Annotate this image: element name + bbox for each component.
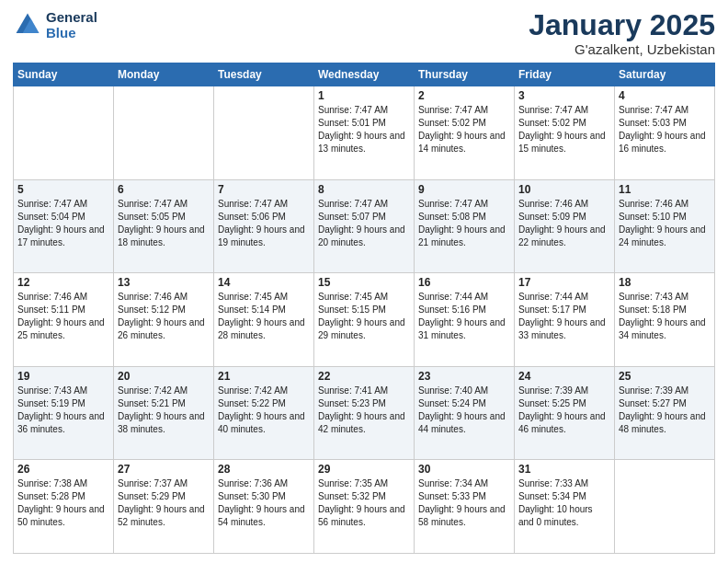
day-cell: 9Sunrise: 7:47 AM Sunset: 5:08 PM Daylig… [415,179,515,273]
day-info: Sunrise: 7:46 AM Sunset: 5:10 PM Dayligh… [619,198,711,249]
day-cell: 8Sunrise: 7:47 AM Sunset: 5:07 PM Daylig… [314,179,415,273]
day-info: Sunrise: 7:46 AM Sunset: 5:11 PM Dayligh… [17,291,109,342]
day-info: Sunrise: 7:46 AM Sunset: 5:12 PM Dayligh… [118,291,210,342]
day-number: 23 [418,370,510,383]
day-cell: 30Sunrise: 7:34 AM Sunset: 5:33 PM Dayli… [415,460,515,554]
day-number: 1 [318,89,410,102]
day-number: 17 [518,276,610,289]
day-cell: 16Sunrise: 7:44 AM Sunset: 5:16 PM Dayli… [415,273,515,367]
day-info: Sunrise: 7:47 AM Sunset: 5:06 PM Dayligh… [218,198,310,249]
day-info: Sunrise: 7:47 AM Sunset: 5:03 PM Dayligh… [619,104,711,155]
day-number: 11 [619,183,711,196]
day-info: Sunrise: 7:34 AM Sunset: 5:33 PM Dayligh… [418,477,510,529]
day-cell: 6Sunrise: 7:47 AM Sunset: 5:05 PM Daylig… [114,179,214,273]
day-cell: 29Sunrise: 7:35 AM Sunset: 5:32 PM Dayli… [314,460,415,554]
day-number: 4 [619,89,711,102]
day-cell: 28Sunrise: 7:36 AM Sunset: 5:30 PM Dayli… [214,460,314,554]
day-info: Sunrise: 7:44 AM Sunset: 5:16 PM Dayligh… [418,291,510,342]
day-cell: 11Sunrise: 7:46 AM Sunset: 5:10 PM Dayli… [615,179,715,273]
day-info: Sunrise: 7:45 AM Sunset: 5:14 PM Dayligh… [218,291,310,342]
day-cell: 13Sunrise: 7:46 AM Sunset: 5:12 PM Dayli… [114,273,214,367]
weekday-header-friday: Friday [515,63,615,86]
day-cell: 25Sunrise: 7:39 AM Sunset: 5:27 PM Dayli… [615,366,715,460]
day-number: 30 [418,463,510,476]
day-cell: 10Sunrise: 7:46 AM Sunset: 5:09 PM Dayli… [515,179,615,273]
day-info: Sunrise: 7:40 AM Sunset: 5:24 PM Dayligh… [418,385,510,436]
day-number: 31 [518,463,610,476]
day-number: 25 [619,370,711,383]
week-row-1: 5Sunrise: 7:47 AM Sunset: 5:04 PM Daylig… [14,179,715,273]
day-number: 5 [17,183,109,196]
day-cell [14,86,114,180]
day-cell: 14Sunrise: 7:45 AM Sunset: 5:14 PM Dayli… [214,273,314,367]
day-info: Sunrise: 7:45 AM Sunset: 5:15 PM Dayligh… [318,291,410,342]
day-cell: 3Sunrise: 7:47 AM Sunset: 5:02 PM Daylig… [515,86,615,180]
day-info: Sunrise: 7:47 AM Sunset: 5:07 PM Dayligh… [318,198,410,249]
day-info: Sunrise: 7:41 AM Sunset: 5:23 PM Dayligh… [318,385,410,436]
day-cell: 19Sunrise: 7:43 AM Sunset: 5:19 PM Dayli… [14,366,114,460]
weekday-header-wednesday: Wednesday [314,63,415,86]
day-info: Sunrise: 7:39 AM Sunset: 5:27 PM Dayligh… [619,385,711,436]
week-row-3: 19Sunrise: 7:43 AM Sunset: 5:19 PM Dayli… [14,366,715,460]
day-number: 15 [318,276,410,289]
weekday-header-saturday: Saturday [615,63,715,86]
weekday-header-monday: Monday [114,63,214,86]
title-block: January 2025 G'azalkent, Uzbekistan [529,9,715,57]
weekday-header-tuesday: Tuesday [214,63,314,86]
day-info: Sunrise: 7:43 AM Sunset: 5:19 PM Dayligh… [17,385,109,436]
day-number: 9 [418,183,510,196]
day-info: Sunrise: 7:42 AM Sunset: 5:22 PM Dayligh… [218,385,310,436]
day-cell: 7Sunrise: 7:47 AM Sunset: 5:06 PM Daylig… [214,179,314,273]
logo-text: General Blue [46,9,97,40]
day-info: Sunrise: 7:47 AM Sunset: 5:02 PM Dayligh… [518,104,610,155]
day-number: 8 [318,183,410,196]
day-number: 29 [318,463,410,476]
day-info: Sunrise: 7:47 AM Sunset: 5:02 PM Dayligh… [418,104,510,155]
day-number: 16 [418,276,510,289]
week-row-2: 12Sunrise: 7:46 AM Sunset: 5:11 PM Dayli… [14,273,715,367]
day-number: 2 [418,89,510,102]
day-info: Sunrise: 7:44 AM Sunset: 5:17 PM Dayligh… [518,291,610,342]
day-info: Sunrise: 7:33 AM Sunset: 5:34 PM Dayligh… [518,477,610,529]
logo-icon [13,10,42,40]
day-cell [615,460,715,554]
day-info: Sunrise: 7:47 AM Sunset: 5:01 PM Dayligh… [318,104,410,155]
day-info: Sunrise: 7:47 AM Sunset: 5:05 PM Dayligh… [118,198,210,249]
day-cell: 23Sunrise: 7:40 AM Sunset: 5:24 PM Dayli… [415,366,515,460]
day-info: Sunrise: 7:36 AM Sunset: 5:30 PM Dayligh… [218,477,310,529]
week-row-4: 26Sunrise: 7:38 AM Sunset: 5:28 PM Dayli… [14,460,715,554]
day-number: 27 [118,463,210,476]
calendar-subtitle: G'azalkent, Uzbekistan [529,41,715,57]
day-info: Sunrise: 7:47 AM Sunset: 5:08 PM Dayligh… [418,198,510,249]
day-cell: 24Sunrise: 7:39 AM Sunset: 5:25 PM Dayli… [515,366,615,460]
day-cell [214,86,314,180]
day-number: 20 [118,370,210,383]
day-cell: 1Sunrise: 7:47 AM Sunset: 5:01 PM Daylig… [314,86,415,180]
calendar-table: SundayMondayTuesdayWednesdayThursdayFrid… [13,63,715,554]
day-info: Sunrise: 7:35 AM Sunset: 5:32 PM Dayligh… [318,477,410,529]
day-number: 18 [619,276,711,289]
day-info: Sunrise: 7:39 AM Sunset: 5:25 PM Dayligh… [518,385,610,436]
week-row-0: 1Sunrise: 7:47 AM Sunset: 5:01 PM Daylig… [14,86,715,180]
day-number: 6 [118,183,210,196]
day-info: Sunrise: 7:47 AM Sunset: 5:04 PM Dayligh… [17,198,109,249]
header: General Blue January 2025 G'azalkent, Uz… [13,9,715,57]
calendar-title: January 2025 [529,9,715,41]
day-cell: 27Sunrise: 7:37 AM Sunset: 5:29 PM Dayli… [114,460,214,554]
day-number: 3 [518,89,610,102]
day-number: 24 [518,370,610,383]
day-number: 10 [518,183,610,196]
day-number: 12 [17,276,109,289]
day-number: 7 [218,183,310,196]
calendar-page: General Blue January 2025 G'azalkent, Uz… [0,0,728,563]
day-number: 21 [218,370,310,383]
day-number: 19 [17,370,109,383]
day-info: Sunrise: 7:43 AM Sunset: 5:18 PM Dayligh… [619,291,711,342]
day-cell: 2Sunrise: 7:47 AM Sunset: 5:02 PM Daylig… [415,86,515,180]
day-number: 26 [17,463,109,476]
logo: General Blue [13,9,97,40]
day-cell: 5Sunrise: 7:47 AM Sunset: 5:04 PM Daylig… [14,179,114,273]
day-info: Sunrise: 7:37 AM Sunset: 5:29 PM Dayligh… [118,477,210,529]
day-number: 13 [118,276,210,289]
day-cell: 31Sunrise: 7:33 AM Sunset: 5:34 PM Dayli… [515,460,615,554]
